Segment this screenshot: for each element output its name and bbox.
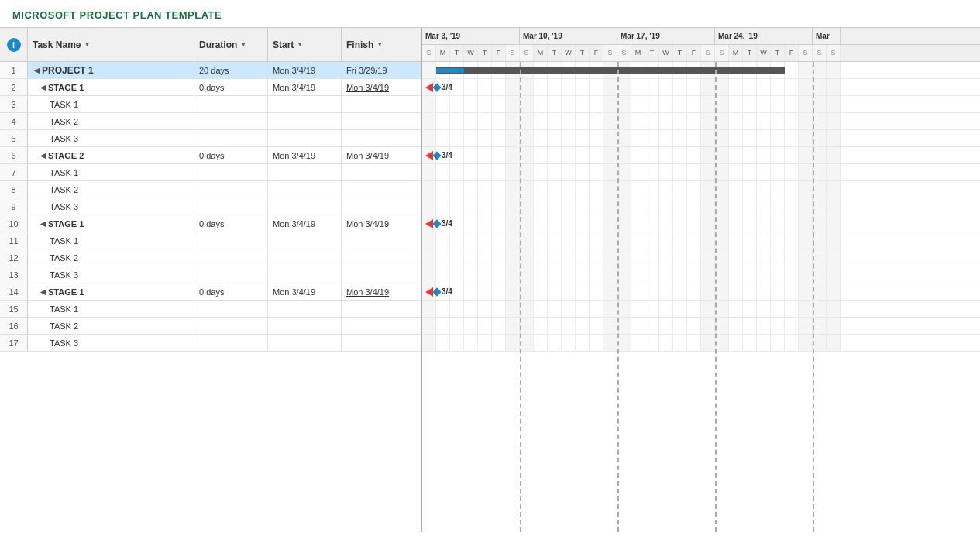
gantt-day-bg xyxy=(436,215,450,232)
finish-cell xyxy=(342,113,421,129)
duration-cell xyxy=(194,232,268,249)
finish-cell xyxy=(342,164,421,180)
day-cell: T xyxy=(548,45,562,61)
gantt-weeks-row: Mar 3, '19Mar 10, '19Mar 17, '19Mar 24, … xyxy=(422,28,980,45)
gantt-day-bg xyxy=(478,283,492,300)
collapse-icon[interactable]: ◀ xyxy=(40,84,46,91)
task-row[interactable]: 2◀ STAGE 10 daysMon 3/4/19Mon 3/4/19 xyxy=(0,79,421,96)
task-name-cell[interactable]: TASK 2 xyxy=(28,249,194,266)
gantt-day-bg xyxy=(771,318,785,334)
day-cell: W xyxy=(757,45,771,61)
gantt-day-bg xyxy=(827,130,841,146)
task-row[interactable]: 17TASK 3 xyxy=(0,335,421,352)
gantt-day-bg xyxy=(827,96,841,112)
task-row[interactable]: 4TASK 2 xyxy=(0,113,421,130)
task-row[interactable]: 9TASK 3 xyxy=(0,198,421,215)
gantt-day-bg xyxy=(506,266,520,283)
task-name-cell[interactable]: TASK 2 xyxy=(28,113,194,129)
task-name-cell[interactable]: TASK 2 xyxy=(28,181,194,198)
gantt-day-bg xyxy=(534,318,548,334)
row-number: 7 xyxy=(0,164,28,180)
gantt-day-bg xyxy=(827,335,841,351)
task-name-cell[interactable]: ◀ STAGE 1 xyxy=(28,215,194,232)
task-name-cell[interactable]: TASK 1 xyxy=(28,301,194,317)
task-row[interactable]: 6◀ STAGE 20 daysMon 3/4/19Mon 3/4/19 xyxy=(0,147,421,164)
gantt-row xyxy=(422,130,980,147)
task-name-cell[interactable]: TASK 3 xyxy=(28,335,194,351)
gantt-day-bg xyxy=(785,147,799,163)
gantt-day-bg xyxy=(422,62,436,78)
col-header-finish[interactable]: Finish ▼ xyxy=(342,28,421,61)
gantt-day-bg xyxy=(771,96,785,112)
col-header-task-name[interactable]: Task Name ▼ xyxy=(28,28,194,61)
task-name-cell[interactable]: TASK 1 xyxy=(28,164,194,180)
collapse-icon[interactable]: ◀ xyxy=(34,67,40,74)
gantt-day-bg xyxy=(785,79,799,95)
task-row[interactable]: 14◀ STAGE 10 daysMon 3/4/19Mon 3/4/19 xyxy=(0,283,421,301)
gantt-day-bg xyxy=(785,283,799,300)
gantt-day-bg xyxy=(506,335,520,351)
gantt-day-bg xyxy=(450,301,464,317)
info-icon[interactable]: i xyxy=(7,38,21,52)
gantt-day-bg xyxy=(673,215,687,232)
task-name-cell[interactable]: ◀ STAGE 1 xyxy=(28,79,194,95)
gantt-day-bg xyxy=(659,266,673,283)
gantt-day-bg xyxy=(576,79,590,95)
gantt-day-bg xyxy=(492,96,506,112)
gantt-day-bg xyxy=(590,147,603,163)
duration-cell xyxy=(194,266,268,283)
col-header-duration[interactable]: Duration ▼ xyxy=(194,28,268,61)
task-name-cell[interactable]: TASK 3 xyxy=(28,130,194,146)
gantt-day-bg xyxy=(617,283,631,300)
gantt-day-bg xyxy=(436,266,450,283)
task-row[interactable]: 12TASK 2 xyxy=(0,249,421,266)
gantt-day-bg xyxy=(534,113,548,129)
gantt-day-bg xyxy=(436,318,450,334)
row-number: 6 xyxy=(0,147,28,163)
collapse-icon[interactable]: ◀ xyxy=(40,152,46,160)
gantt-days-row: SMTWTFSSMTWTFSSMTWTFSSMTWTFSSS xyxy=(422,45,980,61)
gantt-day-bg xyxy=(422,130,436,146)
gantt-day-bg xyxy=(617,232,631,249)
task-row[interactable]: 5TASK 3 xyxy=(0,130,421,147)
gantt-day-bg xyxy=(743,266,757,283)
gantt-day-bg xyxy=(590,96,603,112)
gantt-day-bg xyxy=(492,164,506,180)
task-row[interactable]: 16TASK 2 xyxy=(0,318,421,335)
gantt-day-bg xyxy=(506,198,520,215)
task-row[interactable]: 1◀ PROJECT 120 daysMon 3/4/19Fri 3/29/19 xyxy=(0,62,421,79)
task-name-cell[interactable]: TASK 2 xyxy=(28,318,194,334)
gantt-day-bg xyxy=(659,215,673,232)
task-name-cell[interactable]: ◀ STAGE 2 xyxy=(28,147,194,163)
gantt-day-bg xyxy=(422,318,436,334)
task-name-cell[interactable]: TASK 3 xyxy=(28,198,194,215)
task-row[interactable]: 8TASK 2 xyxy=(0,181,421,198)
day-cell: T xyxy=(743,45,757,61)
gantt-day-bg xyxy=(450,147,464,163)
gantt-day-bg xyxy=(548,232,562,249)
gantt-day-bg xyxy=(813,164,827,180)
gantt-row: 3/4 xyxy=(422,283,980,301)
collapse-icon[interactable]: ◀ xyxy=(40,288,46,296)
task-name-cell[interactable]: TASK 3 xyxy=(28,266,194,283)
gantt-day-bg xyxy=(506,113,520,129)
task-name-cell[interactable]: TASK 1 xyxy=(28,96,194,112)
task-row[interactable]: 13TASK 3 xyxy=(0,266,421,283)
col-header-start[interactable]: Start ▼ xyxy=(268,28,342,61)
gantt-day-bg xyxy=(659,96,673,112)
gantt-container: i Task Name ▼ Duration ▼ Start ▼ Finish … xyxy=(0,27,980,532)
task-name-cell[interactable]: ◀ STAGE 1 xyxy=(28,283,194,300)
gantt-day-bg xyxy=(715,164,729,180)
task-row[interactable]: 15TASK 1 xyxy=(0,301,421,318)
start-cell xyxy=(268,130,342,146)
gantt-day-bg xyxy=(645,198,659,215)
task-row[interactable]: 10◀ STAGE 10 daysMon 3/4/19Mon 3/4/19 xyxy=(0,215,421,232)
task-name-cell[interactable]: TASK 1 xyxy=(28,232,194,249)
task-row[interactable]: 11TASK 1 xyxy=(0,232,421,249)
task-row[interactable]: 7TASK 1 xyxy=(0,164,421,181)
task-name-cell[interactable]: ◀ PROJECT 1 xyxy=(28,62,194,78)
collapse-icon[interactable]: ◀ xyxy=(40,220,46,228)
gantt-day-bg xyxy=(520,335,534,351)
task-row[interactable]: 3TASK 1 xyxy=(0,96,421,113)
gantt-day-bg xyxy=(548,301,562,317)
